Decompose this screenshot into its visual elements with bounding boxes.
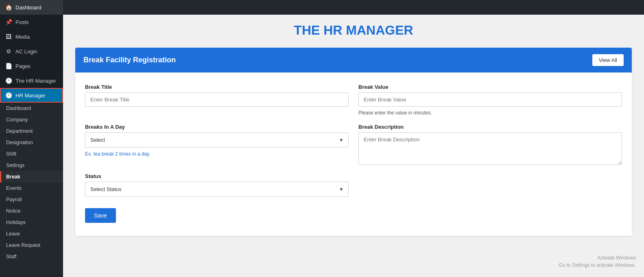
form-row-3: Status Select Status Active Inactive ▼ <box>85 173 622 197</box>
break-value-hint: Please enter the value in minutes. <box>358 110 622 116</box>
sidebar-item-payroll[interactable]: Payroll <box>0 194 63 205</box>
breaks-in-day-hint: Ex. tea break 2 times in a day. <box>85 151 349 157</box>
card-body: Break Title Break Value Please enter the… <box>75 73 632 236</box>
breaks-in-day-select-wrapper: Select 1 2 3 4 5 ▼ <box>85 132 349 147</box>
break-title-label: Break Title <box>85 84 349 90</box>
sidebar-item-events[interactable]: Events <box>0 182 63 194</box>
break-title-input[interactable] <box>85 92 349 107</box>
sidebar-item-dashboard[interactable]: 🏠 Dashboard <box>0 0 63 15</box>
sidebar-item-media-label: Media <box>15 34 30 40</box>
posts-icon: 📌 <box>5 19 12 25</box>
sidebar-item-pages-label: Pages <box>15 63 31 69</box>
sidebar-item-hr-manager[interactable]: 🕐 HR Manager <box>0 88 63 103</box>
media-icon: 🖼 <box>5 33 12 40</box>
status-select-wrapper: Select Status Active Inactive ▼ <box>85 182 349 197</box>
sidebar-item-media[interactable]: 🖼 Media <box>0 29 63 44</box>
sidebar-item-dashboard-label: Dashboard <box>15 4 41 11</box>
page-title: THE HR MANAGER <box>75 23 632 38</box>
card-header: Break Facility Registration View All <box>75 48 632 73</box>
breaks-in-day-label: Breaks In A Day <box>85 124 349 130</box>
form-group-break-description: Break Description <box>358 124 622 165</box>
sidebar-sub-nav: Dashboard Company Department Designation… <box>0 103 63 262</box>
form-row-2: Breaks In A Day Select 1 2 3 4 5 ▼ <box>85 124 622 165</box>
break-description-label: Break Description <box>358 124 622 130</box>
ac-login-icon: ⚙ <box>5 48 12 55</box>
sidebar-item-shift[interactable]: Shift <box>0 148 63 160</box>
dashboard-icon: 🏠 <box>5 4 12 11</box>
sidebar-item-settings[interactable]: Settings <box>0 160 63 171</box>
sidebar-item-leave[interactable]: Leave <box>0 228 63 240</box>
breaks-in-day-select[interactable]: Select 1 2 3 4 5 <box>85 132 349 147</box>
the-hr-manager-icon: 🕐 <box>5 77 12 84</box>
sidebar-item-notice[interactable]: Notice <box>0 205 63 217</box>
sidebar-item-break[interactable]: Break <box>0 171 63 182</box>
break-value-input[interactable] <box>358 92 622 107</box>
sidebar-item-hr-manager-label: HR Manager <box>15 92 46 99</box>
sidebar-item-company[interactable]: Company <box>0 114 63 125</box>
view-all-button[interactable]: View All <box>592 54 624 66</box>
hr-manager-icon: 🕐 <box>5 92 12 99</box>
sidebar-item-ac-login[interactable]: ⚙ AC Login <box>0 44 63 59</box>
sidebar-item-holidays[interactable]: Holidays <box>0 217 63 228</box>
main-content: THE HR MANAGER Break Facility Registrati… <box>63 0 644 277</box>
form-group-break-value: Break Value Please enter the value in mi… <box>358 84 622 116</box>
form-group-breaks-in-day: Breaks In A Day Select 1 2 3 4 5 ▼ <box>85 124 349 165</box>
sidebar-item-the-hr-manager-label: The HR Manager <box>15 78 56 84</box>
sidebar-item-dashboard-sub[interactable]: Dashboard <box>0 103 63 114</box>
sidebar-item-staff[interactable]: Staff <box>0 251 63 262</box>
sidebar-item-posts-label: Posts <box>15 19 29 25</box>
form-group-break-title: Break Title <box>85 84 349 116</box>
form-group-spacer <box>358 173 622 197</box>
break-value-label: Break Value <box>358 84 622 90</box>
form-group-status: Status Select Status Active Inactive ▼ <box>85 173 349 197</box>
sidebar-item-posts[interactable]: 📌 Posts <box>0 15 63 29</box>
form-row-1: Break Title Break Value Please enter the… <box>85 84 622 116</box>
status-select[interactable]: Select Status Active Inactive <box>85 182 349 197</box>
pages-icon: 📄 <box>5 63 12 69</box>
save-button[interactable]: Save <box>85 208 116 223</box>
top-bar <box>63 0 644 15</box>
sidebar: 🏠 Dashboard 📌 Posts 🖼 Media ⚙ AC Login 📄… <box>0 0 63 277</box>
sidebar-item-designation[interactable]: Designation <box>0 137 63 148</box>
page-content: THE HR MANAGER Break Facility Registrati… <box>63 15 644 277</box>
status-label: Status <box>85 173 349 179</box>
sidebar-item-pages[interactable]: 📄 Pages <box>0 59 63 73</box>
break-description-textarea[interactable] <box>358 132 622 165</box>
card-header-title: Break Facility Registration <box>83 56 176 64</box>
sidebar-item-ac-login-label: AC Login <box>15 48 37 55</box>
sidebar-top-nav: 🏠 Dashboard 📌 Posts 🖼 Media ⚙ AC Login 📄… <box>0 0 63 103</box>
sidebar-item-department[interactable]: Department <box>0 125 63 137</box>
break-facility-card: Break Facility Registration View All Bre… <box>75 48 632 236</box>
sidebar-item-leave-request[interactable]: Leave Request <box>0 240 63 251</box>
sidebar-item-the-hr-manager[interactable]: 🕐 The HR Manager <box>0 73 63 88</box>
